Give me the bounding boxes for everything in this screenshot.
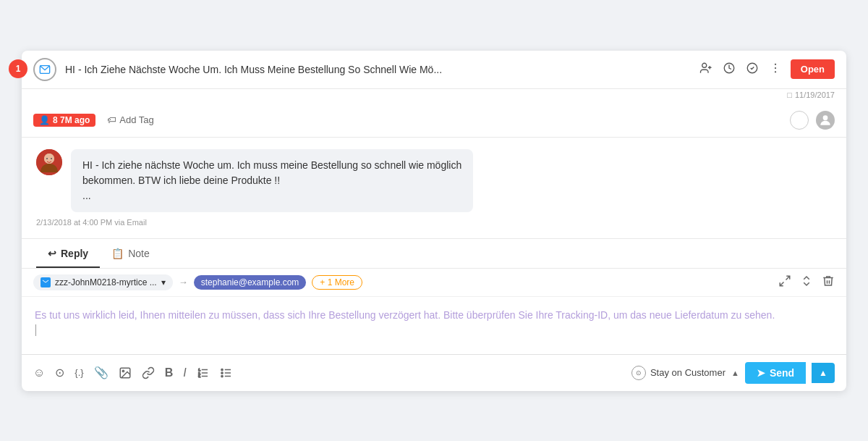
resolve-icon[interactable] [746,62,759,77]
italic-icon[interactable]: I [183,366,186,379]
ordered-list-icon[interactable]: 1. 2. 3. [197,366,210,379]
conversation-header: HI - Ich Ziehe Nächste Woche Um. Ich Mus… [22,51,846,89]
sender-avatar [36,149,62,175]
reply-icon: ↩ [48,248,56,259]
expand-icon[interactable] [778,274,791,290]
svg-point-9 [823,115,828,120]
svg-point-28 [221,371,223,373]
tag-row-right [790,111,835,130]
delete-icon[interactable] [822,274,835,290]
clock-icon[interactable]: ⊙ [55,366,64,379]
svg-point-17 [122,370,124,371]
compose-header-actions [778,274,835,290]
image-icon[interactable] [119,366,132,379]
from-address: zzz-JohnM0218-myrtice ... [55,277,157,287]
toolbar-right: ⊙ Stay on Customer ▲ ➤ Send ▲ [631,362,835,384]
tag-icon: 🏷 [107,114,116,125]
svg-point-1 [702,63,707,67]
more-options-icon[interactable] [769,62,782,77]
tab-note[interactable]: 📋 Note [100,239,161,268]
avatar [816,111,835,130]
circle-action-button[interactable] [790,111,809,130]
svg-point-8 [775,71,776,72]
tag-row: 👤 8 7M ago 🏷 Add Tag [22,104,846,138]
sort-icon[interactable] [800,274,813,290]
stay-on-customer-control[interactable]: ⊙ Stay on Customer [631,366,726,380]
send-arrow-icon: ➤ [757,367,765,379]
open-button[interactable]: Open [791,59,835,79]
person-icon: 👤 [39,115,50,125]
reply-note-tabs: ↩ Reply 📋 Note [22,239,846,269]
from-chevron: ▾ [161,277,166,287]
compose-toolbar: ☺ ⊙ {.} 📎 B I [22,355,846,391]
conversation-card: HI - Ich Ziehe Nächste Woche Um. Ich Mus… [22,51,846,391]
header-date: 11/19/2017 [795,91,835,99]
send-button[interactable]: ➤ Send [745,362,806,384]
emoji-icon[interactable]: ☺ [33,366,45,379]
more-recipients-chip[interactable]: + 1 More [312,275,362,290]
send-dropdown-button[interactable]: ▲ [812,363,835,383]
compose-header: zzz-JohnM0218-myrtice ... ▾ → stephanie@… [22,269,846,297]
svg-point-14 [51,158,52,159]
svg-point-7 [775,67,776,68]
notification-badge: 1 [9,59,27,78]
stay-on-customer-label: Stay on Customer [650,367,726,378]
message-bubble: HI - Ich ziehe nächste Woche um. Ich mus… [36,149,832,212]
message-area: HI - Ich ziehe nächste Woche um. Ich mus… [22,138,846,239]
attach-icon[interactable]: 📎 [94,366,109,379]
unordered-list-icon[interactable] [220,366,233,379]
stay-caret-icon[interactable]: ▲ [731,369,739,377]
conversation-subject: HI - Ich Ziehe Nächste Woche Um. Ich Mus… [65,64,691,75]
link-icon[interactable] [142,366,155,379]
note-icon: 📋 [111,248,124,259]
message-meta: 2/13/2018 at 4:00 PM via Email [36,218,832,227]
time-badge: 👤 8 7M ago [33,114,95,127]
add-tag-button[interactable]: 🏷 Add Tag [103,113,158,127]
header-actions [699,62,782,77]
arrow-right-icon: → [179,277,188,287]
svg-point-27 [221,369,223,370]
message-content: HI - Ich ziehe nächste Woche um. Ich mus… [71,149,473,212]
svg-point-29 [221,375,223,377]
svg-point-13 [46,158,48,159]
svg-text:3.: 3. [198,375,200,378]
date-row: □ 11/19/2017 [22,89,846,104]
to-email-chip[interactable]: stephanie@example.com [194,275,307,290]
timer-icon[interactable] [723,62,736,77]
compose-draft-text: Es tut uns wirklich leid, Ihnen mitteile… [35,307,833,323]
svg-point-12 [44,154,54,164]
svg-text:1.: 1. [198,369,200,371]
message-text: HI - Ich ziehe nächste Woche um. Ich mus… [82,158,461,203]
bold-icon[interactable]: B [165,366,174,379]
from-field[interactable]: zzz-JohnM0218-myrtice ... ▾ [33,274,173,290]
tab-reply[interactable]: ↩ Reply [36,239,100,268]
code-braces-icon[interactable]: {.} [75,367,83,378]
svg-text:2.: 2. [198,371,200,374]
add-participant-icon[interactable] [699,62,712,77]
from-email-icon [41,277,51,287]
compose-body[interactable]: Es tut uns wirklich leid, Ihnen mitteile… [22,297,846,355]
email-channel-icon [33,58,56,81]
stay-icon: ⊙ [631,366,646,380]
svg-point-6 [775,63,776,64]
checkbox-icon: □ [787,91,792,99]
text-cursor [35,324,36,336]
